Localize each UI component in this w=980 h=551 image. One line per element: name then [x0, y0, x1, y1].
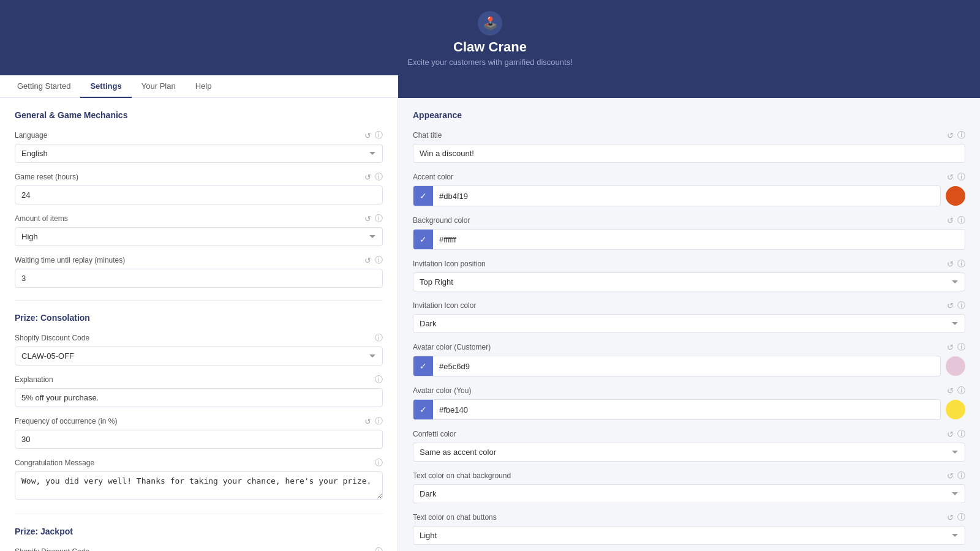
consolation-explanation-info-btn[interactable]: ⓘ	[375, 374, 383, 385]
confetti-icons: ↺ ⓘ	[947, 429, 965, 440]
chat-title-reset-btn[interactable]: ↺	[947, 131, 954, 140]
main-nav: Getting Started Settings Your Plan Help	[0, 75, 398, 98]
accent-color-reset-btn[interactable]: ↺	[947, 173, 954, 182]
avatar-customer-info-btn[interactable]: ⓘ	[957, 342, 965, 353]
amount-items-select[interactable]: High	[15, 227, 383, 246]
main-layout: General & Game Mechanics Language ↺ ⓘ En…	[0, 98, 980, 551]
jackpot-discount-label: Shopify Discount Code	[15, 547, 89, 551]
svg-text:🕹️: 🕹️	[483, 16, 498, 31]
avatar-you-check-btn[interactable]: ✓	[413, 400, 433, 419]
confetti-label: Confetti color	[413, 430, 456, 438]
text-chat-bg-reset-btn[interactable]: ↺	[947, 471, 954, 481]
consolation-discount-info-btn[interactable]: ⓘ	[375, 332, 383, 343]
game-reset-field-group: Game reset (hours) ↺ ⓘ	[15, 171, 383, 204]
language-label: Language	[15, 131, 47, 140]
waiting-time-label: Waiting time until replay (minutes)	[15, 256, 125, 264]
game-reset-reset-btn[interactable]: ↺	[364, 173, 371, 182]
confetti-info-btn[interactable]: ⓘ	[957, 429, 965, 440]
avatar-you-reset-btn[interactable]: ↺	[947, 386, 954, 395]
waiting-time-field-group: Waiting time until replay (minutes) ↺ ⓘ	[15, 255, 383, 288]
avatar-you-input-wrap: ✓	[413, 399, 941, 420]
amount-items-info-btn[interactable]: ⓘ	[375, 213, 383, 224]
divider-1	[15, 300, 383, 301]
app-title: Claw Crane	[0, 39, 980, 55]
invitation-icon-pos-select[interactable]: Top Right	[413, 272, 965, 291]
text-chat-bg-label: Text color on chat background	[413, 471, 511, 480]
consolation-congrats-textarea[interactable]: Wow, you did very well! Thanks for takin…	[15, 471, 383, 500]
bg-color-text-input[interactable]	[433, 231, 965, 249]
bg-color-info-btn[interactable]: ⓘ	[957, 215, 965, 226]
invitation-icon-color-reset-btn[interactable]: ↺	[947, 301, 954, 310]
text-chat-btn-label-row: Text color on chat buttons ↺ ⓘ	[413, 512, 965, 523]
accent-color-info-btn[interactable]: ⓘ	[957, 171, 965, 182]
waiting-time-info-btn[interactable]: ⓘ	[375, 255, 383, 266]
consolation-congrats-label: Congratulation Message	[15, 459, 94, 467]
chat-title-input[interactable]	[413, 144, 965, 163]
accent-color-check-btn[interactable]: ✓	[413, 186, 433, 206]
bg-color-row: ✓	[413, 229, 965, 250]
consolation-discount-select[interactable]: CLAW-05-OFF	[15, 347, 383, 365]
consolation-congrats-info-btn[interactable]: ⓘ	[375, 457, 383, 468]
consolation-frequency-field-group: Frequency of occurrence (in %) ↺ ⓘ	[15, 416, 383, 449]
tab-help[interactable]: Help	[186, 75, 222, 98]
confetti-label-row: Confetti color ↺ ⓘ	[413, 429, 965, 440]
avatar-you-swatch[interactable]	[946, 400, 965, 419]
waiting-time-icons: ↺ ⓘ	[364, 255, 383, 266]
consolation-frequency-info-btn[interactable]: ⓘ	[375, 416, 383, 427]
accent-color-text-input[interactable]	[433, 187, 940, 205]
tab-settings[interactable]: Settings	[80, 75, 131, 98]
confetti-select[interactable]: Same as accent color	[413, 443, 965, 462]
consolation-explanation-input[interactable]	[15, 388, 383, 407]
text-chat-btn-info-btn[interactable]: ⓘ	[957, 512, 965, 523]
accent-color-field-group: Accent color ↺ ⓘ ✓	[413, 171, 965, 206]
tab-getting-started[interactable]: Getting Started	[7, 75, 80, 98]
invitation-icon-color-select[interactable]: Dark	[413, 314, 965, 333]
avatar-customer-label-row: Avatar color (Customer) ↺ ⓘ	[413, 342, 965, 353]
accent-color-icons: ↺ ⓘ	[947, 171, 965, 182]
avatar-you-info-btn[interactable]: ⓘ	[957, 385, 965, 396]
consolation-explanation-label-row: Explanation ⓘ	[15, 374, 383, 385]
game-reset-icons: ↺ ⓘ	[364, 171, 383, 182]
text-chat-btn-reset-btn[interactable]: ↺	[947, 513, 954, 522]
text-chat-bg-select[interactable]: Dark	[413, 484, 965, 503]
invitation-icon-color-icons: ↺ ⓘ	[947, 300, 965, 311]
jackpot-discount-label-row: Shopify Discount Code ⓘ	[15, 546, 383, 551]
game-reset-input[interactable]	[15, 186, 383, 204]
consolation-explanation-icons: ⓘ	[375, 374, 383, 385]
consolation-frequency-input[interactable]	[15, 430, 383, 449]
accent-color-label: Accent color	[413, 173, 453, 181]
bg-color-reset-btn[interactable]: ↺	[947, 216, 954, 225]
text-chat-btn-select[interactable]: Light	[413, 526, 965, 545]
language-reset-btn[interactable]: ↺	[364, 131, 371, 140]
confetti-reset-btn[interactable]: ↺	[947, 430, 954, 439]
consolation-explanation-field-group: Explanation ⓘ	[15, 374, 383, 407]
invitation-icon-pos-info-btn[interactable]: ⓘ	[957, 258, 965, 269]
avatar-customer-reset-btn[interactable]: ↺	[947, 343, 954, 352]
accent-color-swatch[interactable]	[946, 186, 965, 206]
language-info-btn[interactable]: ⓘ	[375, 130, 383, 141]
amount-items-reset-btn[interactable]: ↺	[364, 214, 371, 223]
avatar-you-label-row: Avatar color (You) ↺ ⓘ	[413, 385, 965, 396]
text-chat-bg-info-btn[interactable]: ⓘ	[957, 470, 965, 481]
invitation-icon-color-info-btn[interactable]: ⓘ	[957, 300, 965, 311]
waiting-time-input[interactable]	[15, 269, 383, 288]
avatar-customer-swatch[interactable]	[946, 356, 965, 376]
chat-title-icons: ↺ ⓘ	[947, 130, 965, 141]
chat-title-info-btn[interactable]: ⓘ	[957, 130, 965, 141]
bg-color-check-btn[interactable]: ✓	[413, 230, 433, 249]
invitation-icon-pos-reset-btn[interactable]: ↺	[947, 260, 954, 269]
section-appearance-title: Appearance	[413, 110, 965, 120]
section-jackpot-title: Prize: Jackpot	[15, 527, 383, 536]
avatar-you-text-input[interactable]	[433, 401, 940, 419]
game-reset-label: Game reset (hours)	[15, 173, 78, 181]
consolation-frequency-reset-btn[interactable]: ↺	[364, 417, 371, 426]
jackpot-discount-info-btn[interactable]: ⓘ	[375, 546, 383, 551]
avatar-customer-check-btn[interactable]: ✓	[413, 356, 433, 376]
language-select[interactable]: English	[15, 144, 383, 163]
avatar-customer-text-input[interactable]	[433, 358, 940, 375]
waiting-time-reset-btn[interactable]: ↺	[364, 256, 371, 265]
avatar-customer-field-group: Avatar color (Customer) ↺ ⓘ ✓	[413, 342, 965, 377]
invitation-icon-color-field-group: Invitation Icon color ↺ ⓘ Dark	[413, 300, 965, 333]
game-reset-info-btn[interactable]: ⓘ	[375, 171, 383, 182]
tab-your-plan[interactable]: Your Plan	[132, 75, 186, 98]
